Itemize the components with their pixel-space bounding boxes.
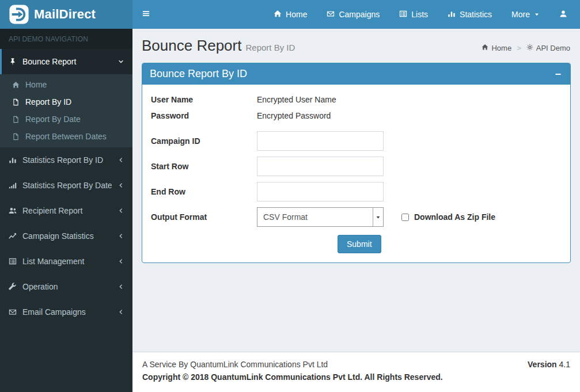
brand-logo[interactable]: MailDirect	[0, 0, 132, 29]
chevron-left-icon	[117, 283, 124, 290]
users-icon	[9, 207, 17, 215]
campaign-id-input[interactable]	[257, 131, 384, 151]
bar-chart-icon	[448, 10, 456, 20]
home-icon	[482, 44, 488, 52]
download-zip-option: Download As Zip File	[401, 212, 495, 222]
list-icon	[399, 10, 407, 20]
chevron-left-icon	[117, 207, 124, 214]
footer-copyright-line: Copyright © 2018 QuantumLink Communicati…	[142, 372, 570, 382]
top-navbar: Home Campaigns Lists Statistics More	[132, 0, 580, 29]
gear-icon	[526, 44, 533, 52]
start-row-row: Start Row	[151, 157, 562, 176]
password-label: Password	[151, 111, 257, 120]
main-header: MailDirect Home Campaigns Lists	[0, 0, 580, 29]
output-format-label: Output Format	[151, 212, 257, 222]
nav-more[interactable]: More	[511, 10, 540, 19]
caret-down-icon	[534, 10, 540, 19]
bounce-report-panel: Bounce Report By ID − User Name Encrypte…	[142, 63, 571, 263]
username-label: User Name	[151, 95, 257, 104]
nav-lists[interactable]: Lists	[399, 10, 428, 20]
download-zip-label: Download As Zip File	[414, 212, 495, 222]
breadcrumb-home[interactable]: Home	[482, 44, 511, 52]
nav-home[interactable]: Home	[274, 10, 307, 20]
submit-button[interactable]: Submit	[338, 235, 381, 253]
sidebar-item-statistics-report-by-id[interactable]: Statistics Report By ID	[0, 147, 132, 173]
file-icon	[12, 116, 20, 123]
app-window: MailDirect Home Campaigns Lists	[0, 0, 580, 392]
sidebar-item-report-by-date[interactable]: Report By Date	[0, 111, 132, 128]
output-format-row: Output Format CSV Format Download As Zip…	[151, 207, 562, 227]
breadcrumb: Home > API Demo	[482, 44, 570, 52]
brand-name: MailDirect	[34, 7, 96, 22]
sidebar-item-statistics-report-by-date[interactable]: Statistics Report By Date	[0, 173, 132, 198]
breadcrumb-api-demo[interactable]: API Demo	[526, 44, 570, 52]
panel-title: Bounce Report By ID	[150, 68, 247, 80]
panel-heading: Bounce Report By ID −	[142, 63, 570, 85]
collapse-button[interactable]: −	[553, 69, 563, 79]
list-icon	[9, 257, 17, 265]
sidebar-section-header: API DEMO NAVIGATION	[0, 29, 132, 49]
sidebar-item-report-by-id[interactable]: Report By ID	[0, 93, 132, 111]
sidebar-item-operation[interactable]: Operation	[0, 274, 132, 299]
chevron-left-icon	[117, 233, 124, 239]
sidebar-item-home[interactable]: Home	[0, 76, 132, 93]
password-value: Encrypted Password	[257, 111, 331, 120]
file-icon	[12, 133, 20, 140]
chevron-left-icon	[117, 309, 124, 315]
envelope-icon	[327, 10, 335, 20]
line-chart-icon	[9, 232, 17, 240]
download-zip-checkbox[interactable]	[401, 214, 409, 221]
username-value: Encrypted User Name	[257, 95, 336, 104]
output-format-select[interactable]: CSV Format	[257, 207, 384, 227]
sidebar-item-campaign-statistics[interactable]: Campaign Statistics	[0, 223, 132, 249]
submit-row: Submit	[338, 235, 562, 253]
signal-icon	[9, 181, 17, 189]
file-icon	[12, 98, 20, 106]
version-label: Version	[528, 360, 557, 369]
home-icon	[274, 10, 282, 20]
select-dropdown-arrow-icon	[373, 208, 383, 226]
home-icon	[12, 81, 20, 89]
maildirect-logo-icon	[9, 5, 29, 24]
hamburger-icon	[142, 9, 150, 20]
nav-user-menu[interactable]	[559, 10, 567, 20]
bounce-report-submenu: Home Report By ID Report By Date Report …	[0, 74, 132, 147]
nav-statistics[interactable]: Statistics	[448, 10, 492, 20]
sidebar: API DEMO NAVIGATION Bounce Report Home R…	[0, 29, 132, 392]
username-row: User Name Encrypted User Name	[151, 93, 562, 106]
campaign-id-label: Campaign ID	[151, 136, 257, 146]
thumbtack-icon	[9, 58, 17, 66]
page-title: Bounce Report	[142, 37, 241, 54]
content-header: Bounce ReportReport By ID Home > API Dem…	[132, 29, 580, 63]
start-row-input[interactable]	[257, 157, 384, 176]
main-footer: A Service By QuantumLink Communications …	[132, 352, 580, 392]
footer-version: Version 4.1	[528, 360, 570, 369]
footer-service-line: A Service By QuantumLink Communications …	[142, 360, 570, 369]
sidebar-toggle-button[interactable]	[132, 0, 159, 29]
envelope-icon	[9, 308, 17, 316]
sidebar-item-bounce-report[interactable]: Bounce Report	[0, 49, 132, 74]
nav-links: Home Campaigns Lists Statistics More	[274, 10, 580, 20]
output-format-selected-value: CSV Format	[257, 208, 373, 226]
sidebar-item-recipient-report[interactable]: Recipient Report	[0, 198, 132, 223]
bar-chart-icon	[9, 156, 17, 164]
content-area: Bounce ReportReport By ID Home > API Dem…	[132, 29, 580, 392]
user-icon	[559, 10, 567, 20]
chevron-left-icon	[117, 157, 124, 163]
breadcrumb-separator: >	[517, 44, 521, 52]
sidebar-item-list-management[interactable]: List Management	[0, 249, 132, 274]
chevron-left-icon	[117, 182, 124, 189]
end-row-row: End Row	[151, 182, 562, 201]
password-row: Password Encrypted Password	[151, 109, 562, 122]
end-row-label: End Row	[151, 187, 257, 196]
start-row-label: Start Row	[151, 162, 257, 171]
wrench-icon	[9, 283, 17, 291]
panel-body: User Name Encrypted User Name Password E…	[142, 85, 570, 262]
sidebar-item-report-between-dates[interactable]: Report Between Dates	[0, 128, 132, 145]
chevron-down-icon	[117, 58, 124, 65]
end-row-input[interactable]	[257, 182, 384, 201]
nav-campaigns[interactable]: Campaigns	[327, 10, 380, 20]
version-value: 4.1	[559, 360, 570, 369]
sidebar-item-email-campaigns[interactable]: Email Campaigns	[0, 299, 132, 325]
chevron-left-icon	[117, 258, 124, 265]
